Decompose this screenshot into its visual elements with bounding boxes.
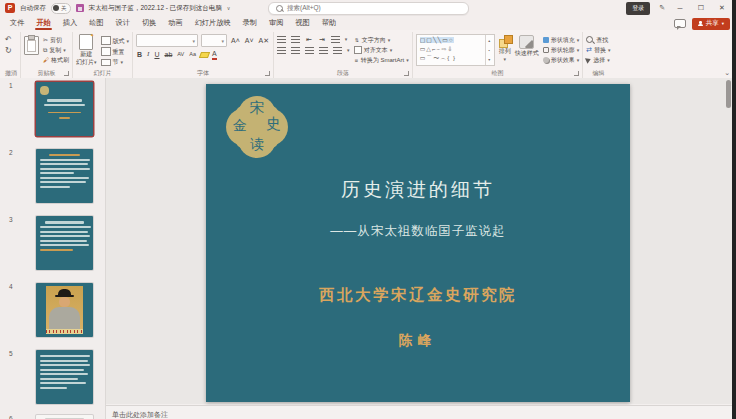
section-button[interactable]: 节▾ bbox=[101, 58, 130, 66]
format-painter-icon: 🖌 bbox=[43, 56, 49, 64]
bold-button[interactable]: B bbox=[136, 49, 143, 60]
tab-help[interactable]: 帮助 bbox=[316, 16, 342, 30]
slide-canvas[interactable]: 宋 金 史 读 历史演进的细节 ——从宋太祖数临国子监说起 西北大学宋辽金史研究… bbox=[106, 78, 736, 404]
slide-thumbnail-3[interactable] bbox=[36, 216, 93, 270]
justify-button[interactable] bbox=[319, 47, 328, 54]
decrease-indent-button[interactable]: ⇤ bbox=[305, 36, 313, 43]
powerpoint-app-icon[interactable]: P bbox=[5, 3, 15, 13]
thumb-text-line bbox=[40, 373, 88, 375]
select-button[interactable]: 选择▾ bbox=[586, 56, 610, 64]
arrange-button[interactable]: 排列 ▾ bbox=[499, 34, 511, 63]
align-right-button[interactable] bbox=[305, 47, 314, 54]
strikethrough-button[interactable]: ab bbox=[164, 49, 174, 60]
decrease-font-button[interactable]: A˅ bbox=[244, 35, 255, 46]
slide-thumbnail-5[interactable] bbox=[36, 350, 93, 404]
tab-draw[interactable]: 绘图 bbox=[83, 16, 109, 30]
tab-review[interactable]: 审阅 bbox=[263, 16, 289, 30]
share-button[interactable]: 共享 ▾ bbox=[692, 18, 730, 30]
align-text-button[interactable]: 对齐文本▾ bbox=[354, 46, 409, 54]
ribbon-display-icon[interactable]: ✎ bbox=[659, 4, 665, 12]
collapse-ribbon-icon[interactable]: ⌄ bbox=[724, 69, 730, 77]
change-case-button[interactable]: Aa bbox=[188, 49, 197, 60]
replace-button[interactable]: ⇄替换▾ bbox=[586, 46, 610, 54]
tab-view[interactable]: 视图 bbox=[289, 16, 315, 30]
text-direction-button[interactable]: ⇅文字方向▾ bbox=[354, 36, 409, 44]
dialog-launcher-icon[interactable] bbox=[404, 71, 409, 76]
slide-thumbnail-2[interactable] bbox=[36, 149, 93, 203]
columns-button[interactable] bbox=[333, 47, 342, 54]
close-button[interactable]: ✕ bbox=[716, 4, 728, 12]
slide-number: 6 bbox=[9, 415, 13, 419]
clear-format-button[interactable]: A✕ bbox=[258, 35, 271, 46]
gallery-scroll[interactable]: ▴▪▾ bbox=[485, 35, 494, 65]
font-size-select[interactable]: ▾ bbox=[201, 34, 227, 47]
search-input[interactable]: 搜索(Alt+Q) bbox=[268, 2, 469, 15]
signin-button[interactable]: 登录 bbox=[626, 2, 650, 15]
slide-number: 1 bbox=[9, 82, 13, 89]
tab-transitions[interactable]: 切换 bbox=[136, 16, 162, 30]
redo-button[interactable]: ↻ bbox=[5, 46, 12, 56]
undo-button[interactable]: ↶ bbox=[5, 35, 12, 45]
reset-button[interactable]: 重置 bbox=[101, 47, 130, 56]
underline-button[interactable]: U bbox=[153, 49, 160, 60]
increase-font-button[interactable]: A˄ bbox=[230, 35, 241, 46]
tab-animations[interactable]: 动画 bbox=[162, 16, 188, 30]
bullets-button[interactable] bbox=[277, 36, 286, 43]
find-button[interactable]: 查找 bbox=[586, 36, 610, 44]
format-painter-button[interactable]: 🖌格式刷 bbox=[43, 56, 69, 64]
tab-record[interactable]: 录制 bbox=[237, 16, 263, 30]
font-color-button[interactable]: A bbox=[212, 50, 217, 60]
maximize-button[interactable]: ☐ bbox=[695, 4, 707, 12]
shape-effects-button[interactable]: 形状效果▾ bbox=[543, 56, 580, 64]
dialog-launcher-icon[interactable] bbox=[265, 71, 270, 76]
tab-insert[interactable]: 插入 bbox=[57, 16, 83, 30]
dialog-launcher-icon[interactable] bbox=[64, 71, 69, 76]
paste-button[interactable] bbox=[24, 34, 39, 55]
tab-design[interactable]: 设计 bbox=[110, 16, 136, 30]
numbering-button[interactable] bbox=[291, 36, 300, 43]
notes-pane[interactable]: 单击此处添加备注 bbox=[106, 405, 732, 419]
quick-styles-button[interactable]: 快速样式 bbox=[515, 34, 539, 57]
current-slide[interactable]: 宋 金 史 读 历史演进的细节 ——从宋太祖数临国子监说起 西北大学宋辽金史研究… bbox=[206, 84, 630, 402]
convert-smartart-button[interactable]: ⧈转换为 SmartArt▾ bbox=[354, 56, 409, 64]
save-icon[interactable] bbox=[76, 4, 84, 12]
italic-button[interactable]: I bbox=[146, 49, 150, 60]
chevron-down-icon: ▾ bbox=[347, 47, 350, 54]
shape-outline-button[interactable]: 形状轮廓▾ bbox=[543, 46, 580, 54]
slide-thumbnail-panel[interactable]: 1 2 3 bbox=[0, 78, 106, 419]
tab-slideshow[interactable]: 幻灯片放映 bbox=[189, 16, 237, 30]
slide-title[interactable]: 历史演进的细节 bbox=[206, 177, 630, 203]
scrollbar-thumb[interactable] bbox=[726, 80, 731, 108]
shape-fill-icon bbox=[543, 37, 549, 43]
autosave-toggle[interactable]: 关 bbox=[51, 3, 71, 14]
slide-subtitle[interactable]: ——从宋太祖数临国子监说起 bbox=[206, 223, 630, 240]
dialog-launcher-icon[interactable] bbox=[574, 71, 579, 76]
new-slide-button[interactable]: 新建 幻灯片▾ bbox=[76, 34, 97, 66]
highlight-button[interactable] bbox=[199, 52, 210, 58]
slide-thumbnail-1[interactable] bbox=[36, 82, 93, 136]
slide-thumbnail-6[interactable] bbox=[36, 415, 93, 419]
slide-thumbnail-4[interactable] bbox=[36, 283, 93, 337]
align-center-button[interactable] bbox=[291, 47, 300, 54]
comments-icon[interactable] bbox=[674, 19, 686, 28]
shape-fill-button[interactable]: 形状填充▾ bbox=[543, 36, 580, 44]
align-left-button[interactable] bbox=[277, 47, 286, 54]
increase-indent-button[interactable]: ⇥ bbox=[318, 36, 326, 43]
cut-button[interactable]: ✂剪切 bbox=[43, 36, 69, 44]
group-label-editing: 编辑 bbox=[592, 70, 604, 76]
slide-institute[interactable]: 西北大学宋辽金史研究院 bbox=[206, 285, 630, 306]
chevron-down-icon[interactable]: ∨ bbox=[227, 5, 231, 11]
document-title[interactable]: 宋太祖与国子监，2022.12 - 已保存到这台电脑 bbox=[89, 4, 222, 13]
copy-button[interactable]: ⧉复制 ▾ bbox=[43, 46, 69, 54]
autosave-state: 关 bbox=[61, 5, 67, 12]
minimize-button[interactable]: ─ bbox=[674, 5, 686, 12]
char-spacing-button[interactable]: AV bbox=[176, 49, 185, 60]
tab-home[interactable]: 开始 bbox=[30, 16, 56, 30]
thumb-text-line bbox=[40, 249, 73, 251]
font-name-select[interactable]: ▾ bbox=[136, 34, 198, 47]
tab-file[interactable]: 文件 bbox=[4, 16, 30, 30]
layout-button[interactable]: 版式▾ bbox=[101, 36, 130, 45]
shapes-gallery[interactable]: ▢▢╲╲▭○ ▭△⌐⌣⇨⇩ ▭⌒〜︵{ } ▴▪▾ bbox=[416, 34, 495, 66]
line-spacing-button[interactable] bbox=[331, 36, 340, 43]
slide-author[interactable]: 陈峰 bbox=[206, 332, 630, 350]
